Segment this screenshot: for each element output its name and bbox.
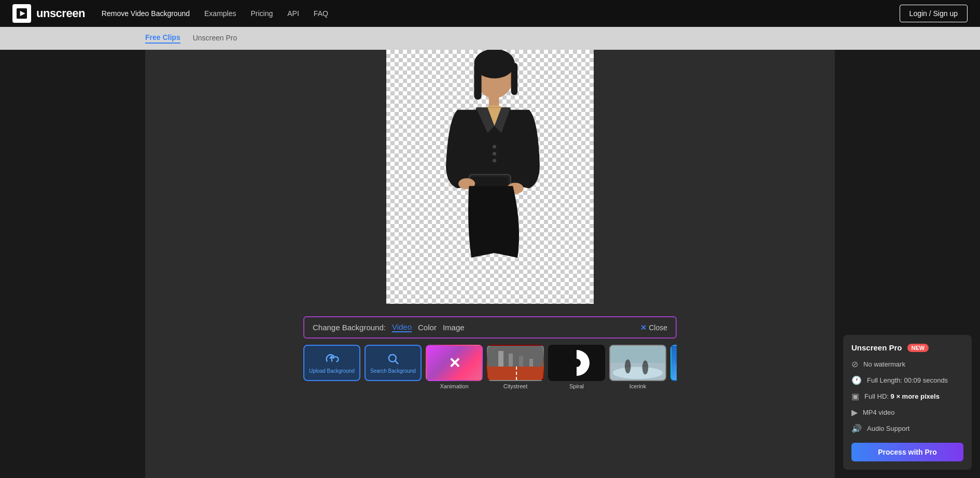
close-x-icon: ✕ (640, 324, 647, 332)
citystreet-svg (488, 346, 544, 381)
nav-api[interactable]: API (287, 9, 299, 18)
svg-point-29 (625, 359, 631, 373)
svg-rect-5 (511, 63, 517, 95)
pro-box: Unscreen Pro NEW ⊘ No watermark 🕐 Full L… (843, 335, 972, 470)
svg-rect-22 (529, 359, 533, 367)
bg-option-upload[interactable]: Upload Background (303, 345, 360, 389)
icerink-svg (610, 345, 665, 381)
svg-rect-28 (610, 345, 665, 363)
person-layer (386, 50, 594, 304)
feature-audio-text: Audio Support (867, 425, 909, 432)
navbar: unscreen Remove Video Background Example… (0, 0, 980, 27)
search-magnify-icon (386, 352, 400, 366)
no-watermark-icon: ⊘ (851, 359, 858, 369)
feature-hd-text: Full HD: 9 × more pixels (864, 392, 940, 400)
svg-rect-4 (474, 63, 482, 100)
bg-tab-color[interactable]: Color (418, 323, 437, 332)
xanim-thumb: ✕ (426, 345, 483, 381)
bottom-toolbar: Change Background: Video Color Image ✕ C… (145, 304, 835, 398)
xanim-name: Xanimation (440, 383, 468, 389)
bg-option-search[interactable]: Search Background (365, 345, 422, 389)
bg-options: Upload Background Search Background (303, 345, 677, 391)
icerink-name: Icerink (629, 383, 646, 389)
upload-cloud-icon (325, 352, 339, 366)
change-bg-label: Change Background: (313, 323, 386, 332)
feature-watermark-text: No watermark (863, 360, 905, 368)
tab-unscreen-pro[interactable]: Unscreen Pro (193, 34, 237, 43)
spiral-svg (561, 347, 592, 378)
spiral-thumb (548, 345, 605, 381)
svg-point-25 (572, 359, 581, 367)
pro-feature-length: 🕐 Full Length: 00:09 seconds (851, 375, 963, 385)
right-top (835, 50, 980, 327)
search-label: Search Background (370, 368, 416, 374)
logo[interactable]: unscreen (12, 4, 85, 23)
bg-option-icerink[interactable]: Icerink (609, 345, 666, 389)
hd-icon: ▣ (851, 391, 859, 401)
bg-option-mixingcolors[interactable]: Mixingcolors (670, 345, 677, 389)
audio-icon: 🔊 (851, 424, 862, 433)
login-button[interactable]: Login / Sign up (900, 5, 968, 22)
svg-point-27 (613, 367, 663, 379)
svg-point-13 (493, 145, 496, 149)
person-svg (421, 50, 559, 304)
svg-rect-21 (498, 351, 503, 367)
pro-feature-mp4: ▶ MP4 video (851, 407, 963, 417)
right-panel: Unscreen Pro NEW ⊘ No watermark 🕐 Full L… (835, 50, 980, 478)
logo-text: unscreen (36, 7, 85, 20)
pro-cta-button[interactable]: Process with Pro (851, 443, 963, 461)
svg-point-15 (493, 159, 496, 162)
nav-pricing[interactable]: Pricing (250, 9, 273, 18)
search-thumb: Search Background (365, 345, 422, 381)
pro-feature-audio: 🔊 Audio Support (851, 424, 963, 433)
upload-label: Upload Background (309, 368, 355, 374)
nav-remove-bg[interactable]: Remove Video Background (102, 9, 190, 18)
feature-mp4-text: MP4 video (863, 409, 894, 416)
logo-icon (12, 4, 31, 23)
new-badge: NEW (907, 344, 929, 352)
pro-feature-hd: ▣ Full HD: 9 × more pixels (851, 391, 963, 401)
pro-feature-watermark: ⊘ No watermark (851, 359, 963, 369)
bg-option-citystreet[interactable]: Citystreet (487, 345, 544, 389)
clock-icon: 🕐 (851, 375, 862, 385)
nav-faq[interactable]: FAQ (314, 9, 328, 18)
pro-title: Unscreen Pro (851, 343, 902, 352)
mp4-icon: ▶ (851, 407, 858, 417)
mixingcolors-svg (671, 346, 677, 381)
nav-examples[interactable]: Examples (204, 9, 236, 18)
icerink-thumb (609, 345, 666, 381)
bg-tab-video[interactable]: Video (392, 322, 412, 332)
xanim-icon: ✕ (449, 355, 460, 372)
pro-header: Unscreen Pro NEW (851, 343, 963, 352)
upload-thumb: Upload Background (303, 345, 360, 381)
hd-pixels: 9 × more pixels (891, 392, 940, 400)
center-panel: Change Background: Video Color Image ✕ C… (145, 50, 835, 478)
close-button[interactable]: ✕ Close (640, 324, 667, 332)
change-bg-panel: Change Background: Video Color Image ✕ C… (303, 316, 677, 391)
svg-point-14 (493, 152, 496, 156)
left-panel (0, 50, 145, 478)
feature-length-text: Full Length: 00:09 seconds (867, 376, 948, 384)
svg-rect-19 (509, 354, 513, 367)
change-bg-header: Change Background: Video Color Image ✕ C… (303, 316, 677, 339)
svg-point-30 (642, 360, 649, 374)
spiral-name: Spiral (569, 383, 584, 389)
citystreet-name: Citystreet (503, 383, 527, 389)
bg-option-spiral[interactable]: Spiral (548, 345, 605, 389)
subnav: Free Clips Unscreen Pro (0, 27, 980, 50)
svg-rect-20 (519, 356, 523, 367)
video-preview (386, 50, 594, 304)
close-label: Close (649, 324, 667, 332)
main-layout: Change Background: Video Color Image ✕ C… (0, 50, 980, 478)
mixingcolors-thumb (670, 345, 677, 381)
svg-point-16 (389, 355, 396, 362)
bg-tab-image[interactable]: Image (443, 323, 465, 332)
tab-free-clips[interactable]: Free Clips (145, 33, 180, 44)
nav-links: Remove Video Background Examples Pricing… (102, 9, 900, 18)
bg-option-xanimation[interactable]: ✕ Xanimation (426, 345, 483, 389)
citystreet-thumb (487, 345, 544, 381)
